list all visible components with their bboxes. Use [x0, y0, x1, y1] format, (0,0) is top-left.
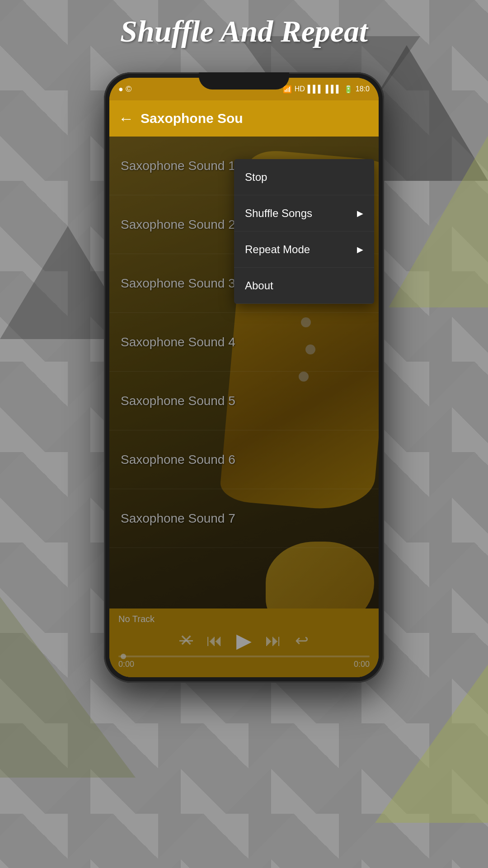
phone-screen: ● © 📶 HD ▌▌▌ ▌▌▌ 🔋 18:0 ← Saxophone Sou — [109, 78, 379, 677]
phone-frame: ● © 📶 HD ▌▌▌ ▌▌▌ 🔋 18:0 ← Saxophone Sou — [104, 72, 384, 683]
screen-content: ● © 📶 HD ▌▌▌ ▌▌▌ 🔋 18:0 ← Saxophone Sou — [109, 78, 379, 677]
status-indicator: ● — [118, 85, 123, 94]
repeat-arrow-icon: ▶ — [357, 245, 363, 255]
back-button[interactable]: ← — [118, 110, 134, 127]
page-title: Shuffle And Repeat — [0, 14, 488, 49]
menu-repeat-label: Repeat Mode — [245, 243, 310, 256]
menu-item-repeat[interactable]: Repeat Mode ▶ — [234, 231, 374, 268]
status-left: ● © — [118, 85, 131, 94]
bg-triangle-5 — [375, 665, 488, 823]
signal-icon-2: ▌▌▌ — [326, 85, 341, 93]
hd-badge: HD — [295, 85, 305, 93]
shuffle-arrow-icon: ▶ — [357, 208, 363, 218]
status-icon: © — [126, 85, 131, 94]
volume-down-button[interactable] — [383, 244, 384, 280]
volume-up-button[interactable] — [383, 199, 384, 235]
context-menu: Stop Shuffle Songs ▶ Repeat Mode ▶ About — [234, 159, 374, 304]
battery-icon: 🔋 — [344, 85, 353, 94]
app-header: ← Saxophone Sou — [109, 100, 379, 137]
menu-shuffle-label: Shuffle Songs — [245, 207, 312, 220]
phone-notch — [199, 72, 289, 90]
menu-item-about[interactable]: About — [234, 268, 374, 304]
header-title: Saxophone Sou — [141, 111, 370, 126]
menu-stop-label: Stop — [245, 171, 267, 184]
menu-item-stop[interactable]: Stop — [234, 159, 374, 195]
context-menu-overlay[interactable]: Stop Shuffle Songs ▶ Repeat Mode ▶ About — [109, 137, 379, 677]
signal-icon-1: ▌▌▌ — [308, 85, 323, 93]
time-display: 18:0 — [356, 85, 370, 93]
status-right: 📶 HD ▌▌▌ ▌▌▌ 🔋 18:0 — [283, 85, 370, 94]
menu-about-label: About — [245, 279, 273, 292]
menu-item-shuffle[interactable]: Shuffle Songs ▶ — [234, 195, 374, 231]
